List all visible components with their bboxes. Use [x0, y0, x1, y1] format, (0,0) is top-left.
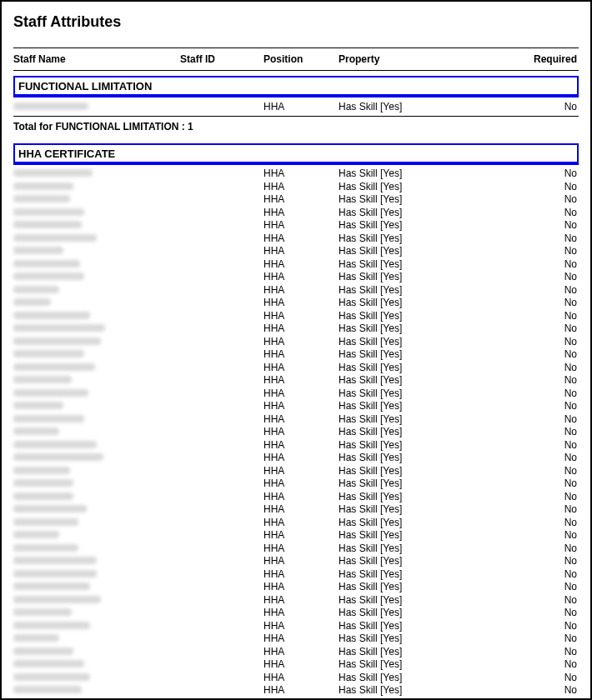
cell-staff-name	[13, 426, 180, 438]
cell-staff-name	[13, 529, 180, 541]
cell-staff-name	[13, 607, 180, 618]
cell-required: No	[489, 219, 579, 231]
cell-staff-name	[13, 348, 180, 360]
table-row: HHAHas Skill [Yes]No	[13, 348, 579, 362]
table-row: HHAHas Skill [Yes]No	[13, 503, 579, 517]
cell-position: HHA	[263, 529, 339, 541]
cell-staff-name	[13, 207, 180, 218]
table-row: HHAHas Skill [Yes]No	[13, 516, 579, 529]
cell-staff-name	[13, 413, 180, 425]
redacted-name	[13, 479, 73, 487]
cell-position: HHA	[263, 503, 339, 515]
cell-staff-name	[13, 594, 180, 606]
cell-required: No	[489, 271, 579, 282]
cell-position: HHA	[263, 672, 339, 683]
redacted-name	[13, 505, 87, 512]
redacted-name	[13, 363, 95, 371]
cell-required: No	[489, 542, 579, 554]
cell-property: Has Skill [Yes]	[339, 193, 489, 205]
cell-position: HHA	[263, 207, 339, 218]
table-row: HHAHas Skill [Yes]No	[13, 452, 579, 465]
cell-position: HHA	[263, 658, 339, 670]
table-row: HHAHas Skill [Yes]No	[13, 193, 579, 207]
cell-staff-name	[13, 336, 180, 348]
cell-position: HHA	[263, 322, 339, 334]
groups-container: FUNCTIONAL LIMITATIONHHAHas Skill [Yes]N…	[13, 76, 579, 697]
cell-staff-name	[13, 219, 180, 231]
cell-property: Has Skill [Yes]	[339, 503, 489, 515]
redacted-name	[13, 389, 88, 397]
cell-property: Has Skill [Yes]	[339, 491, 489, 502]
cell-staff-name	[13, 620, 180, 632]
cell-required: No	[489, 478, 579, 489]
cell-property: Has Skill [Yes]	[339, 555, 489, 567]
redacted-name	[13, 402, 63, 409]
redacted-name	[13, 272, 84, 280]
table-row: HHAHas Skill [Yes]No	[13, 464, 579, 478]
column-headers: Staff Name Staff ID Position Property Re…	[13, 48, 579, 71]
cell-position: HHA	[263, 271, 339, 282]
cell-property: Has Skill [Yes]	[339, 581, 489, 592]
cell-property: Has Skill [Yes]	[339, 620, 489, 632]
cell-required: No	[489, 193, 579, 205]
table-row: HHAHas Skill [Yes]No	[13, 426, 579, 439]
table-row: HHAHas Skill [Yes]No	[13, 529, 579, 542]
cell-staff-name	[13, 400, 180, 412]
redacted-name	[13, 376, 72, 383]
redacted-name	[13, 169, 93, 177]
cell-position: HHA	[263, 452, 339, 463]
cell-position: HHA	[263, 388, 339, 399]
cell-required: No	[489, 529, 579, 541]
table-row: HHAHas Skill [Yes]No	[13, 400, 579, 413]
cell-property: Has Skill [Yes]	[339, 542, 489, 554]
cell-position: HHA	[263, 245, 339, 257]
cell-position: HHA	[263, 555, 339, 567]
cell-staff-name	[13, 181, 180, 192]
table-row: HHAHas Skill [Yes]No	[13, 645, 579, 658]
cell-staff-name	[13, 503, 180, 515]
cell-property: Has Skill [Yes]	[339, 181, 489, 192]
cell-position: HHA	[263, 684, 339, 696]
cell-property: Has Skill [Yes]	[339, 207, 489, 218]
table-row: HHAHas Skill [Yes]No	[13, 555, 579, 568]
cell-required: No	[489, 413, 579, 425]
cell-property: Has Skill [Yes]	[339, 362, 489, 373]
cell-required: No	[489, 672, 579, 683]
cell-position: HHA	[263, 491, 339, 502]
cell-staff-name	[13, 101, 180, 112]
cell-staff-name	[13, 388, 180, 399]
cell-required: No	[489, 168, 579, 179]
cell-position: HHA	[263, 348, 339, 360]
cell-position: HHA	[263, 168, 339, 179]
cell-position: HHA	[263, 193, 339, 205]
table-row: HHAHas Skill [Yes]No	[13, 412, 579, 426]
col-header-property: Property	[339, 53, 489, 65]
cell-property: Has Skill [Yes]	[339, 594, 489, 606]
redacted-name	[13, 673, 90, 681]
redacted-name	[13, 686, 82, 693]
group-rows: HHAHas Skill [Yes]No	[13, 100, 579, 113]
cell-required: No	[489, 101, 579, 112]
redacted-name	[13, 312, 90, 319]
cell-position: HHA	[263, 542, 339, 554]
cell-staff-name	[13, 284, 180, 296]
redacted-name	[13, 648, 73, 655]
table-row: HHAHas Skill [Yes]No	[13, 619, 579, 632]
cell-position: HHA	[263, 568, 339, 580]
cell-property: Has Skill [Yes]	[339, 568, 489, 580]
cell-position: HHA	[263, 101, 339, 112]
cell-position: HHA	[263, 310, 339, 322]
cell-position: HHA	[263, 232, 339, 244]
cell-staff-name	[13, 374, 180, 386]
report-title: Staff Attributes	[13, 13, 579, 31]
col-header-position: Position	[263, 53, 339, 65]
cell-position: HHA	[263, 478, 339, 489]
cell-required: No	[489, 258, 579, 270]
group-header: FUNCTIONAL LIMITATION	[13, 76, 579, 98]
cell-position: HHA	[263, 439, 339, 451]
cell-property: Has Skill [Yes]	[339, 426, 489, 438]
cell-staff-name	[13, 517, 180, 528]
cell-property: Has Skill [Yes]	[339, 388, 489, 399]
table-row: HHAHas Skill [Yes]No	[13, 309, 579, 322]
cell-staff-name	[13, 478, 180, 489]
